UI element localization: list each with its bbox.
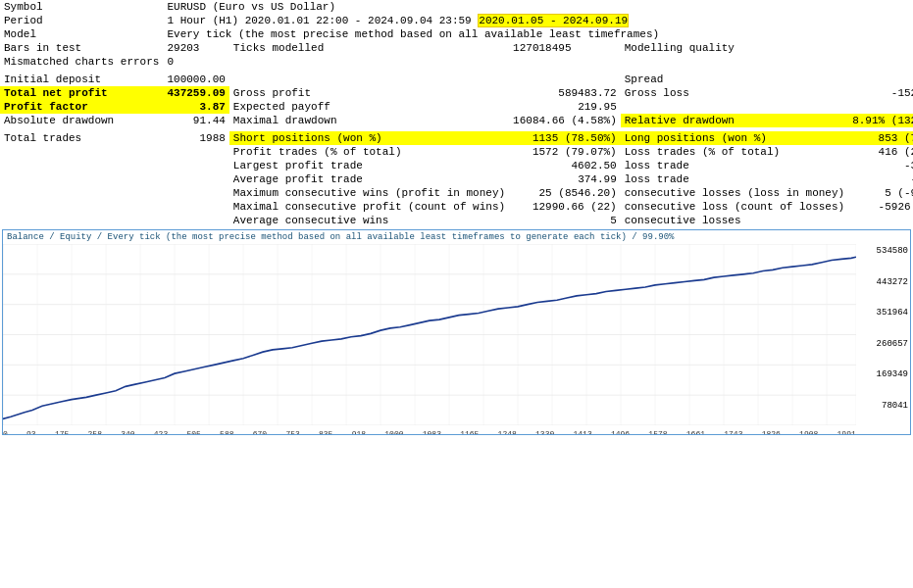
period-highlight: 2020.01.05 - 2024.09.19 [478, 14, 629, 27]
x-label-18: 1496 [611, 429, 630, 435]
short-positions-value: 1135 (78.50%) [509, 131, 621, 145]
total-trades-label: Total trades [0, 131, 163, 145]
chart-svg: 0 93 175 258 340 423 505 588 670 753 835… [3, 244, 856, 425]
x-label-14: 1165 [460, 429, 479, 435]
x-label-9: 753 [285, 429, 299, 435]
long-positions-label: Long positions (won %) [621, 131, 848, 145]
quality-label: Modelling quality [621, 41, 848, 55]
quality-value: 99.90% [848, 41, 913, 55]
y-label-2: 351964 [858, 308, 908, 318]
x-label-24: 1991 [837, 429, 856, 435]
max-consec-wins-value: 25 (8546.20) [509, 186, 621, 200]
largest-profit-label: Largest profit trade [229, 159, 509, 172]
chart-area: 0 93 175 258 340 423 505 588 670 753 835… [3, 244, 910, 425]
y-label-1: 443272 [858, 277, 908, 287]
average-profit-value: 374.99 [509, 172, 621, 186]
model-label: Model [0, 27, 163, 41]
period-label: Period [0, 14, 163, 27]
max-consec-wins-label: Maximum consecutive wins (profit in mone… [229, 186, 509, 200]
x-label-21: 1743 [724, 429, 742, 435]
x-label-2: 175 [55, 429, 69, 435]
x-label-12: 1000 [384, 429, 403, 435]
x-label-16: 1330 [535, 429, 554, 435]
chart-container: Balance / Equity / Every tick (the most … [2, 229, 911, 435]
relative-drawdown-label: Relative drawdown [621, 114, 848, 127]
spread-label: Spread [621, 73, 848, 86]
maximal-consec-loss-value: -5926.08 (4) [848, 200, 913, 214]
average-loss-value: -365.92 [848, 172, 913, 186]
x-label-8: 670 [253, 429, 267, 435]
loss-trades-label: Loss trades (% of total) [621, 145, 848, 159]
long-positions-value: 853 (79.84%) [848, 131, 913, 145]
gross-loss-label: Gross loss [621, 86, 848, 100]
bars-value: 29203 [163, 41, 228, 55]
x-label-3: 258 [88, 429, 102, 435]
total-net-profit-value: 437259.09 [163, 86, 228, 100]
y-label-3: 260657 [858, 339, 908, 349]
ticks-label: Ticks modelled [229, 41, 509, 55]
gross-loss-value: -152224.63 [848, 86, 913, 100]
x-label-22: 1826 [762, 429, 781, 435]
x-label-11: 918 [352, 429, 366, 435]
average-consec-losses-value: 1 [848, 214, 913, 227]
average-profit-label: Average profit trade [229, 172, 509, 186]
gross-profit-value: 589483.72 [509, 86, 621, 100]
max-consec-losses-label: consecutive losses (loss in money) [621, 186, 848, 200]
initial-deposit-value: 100000.00 [163, 73, 228, 86]
symbol-label: Symbol [0, 0, 163, 14]
largest-profit-value: 4602.50 [509, 159, 621, 172]
absolute-drawdown-value: 91.44 [163, 114, 228, 127]
profit-trades-label: Profit trades (% of total) [229, 145, 509, 159]
maximal-consec-profit-value: 12990.66 (22) [509, 200, 621, 214]
largest-loss-value: -3008.75 [848, 159, 913, 172]
mismatched-label: Mismatched charts errors [0, 55, 163, 69]
balance-curve [3, 257, 856, 418]
total-net-profit-label: Total net profit [0, 86, 163, 100]
x-label-23: 1908 [799, 429, 818, 435]
largest-loss-label: loss trade [621, 159, 848, 172]
profit-factor-label: Profit factor [0, 100, 163, 114]
ticks-value: 127018495 [509, 41, 621, 55]
absolute-drawdown-label: Absolute drawdown [0, 114, 163, 127]
bars-label: Bars in test [0, 41, 163, 55]
x-label-20: 1661 [686, 429, 705, 435]
chart-title: Balance / Equity / Every tick (the most … [3, 230, 910, 244]
expected-payoff-label: Expected payoff [229, 100, 509, 114]
x-label-10: 835 [319, 429, 332, 435]
relative-drawdown-value: 8.91% (13205.65) [848, 114, 913, 127]
x-label-17: 1413 [573, 429, 591, 435]
maximal-consec-loss-label: consecutive loss (count of losses) [621, 200, 848, 214]
average-loss-label: loss trade [621, 172, 848, 186]
y-label-top: 534580 [858, 246, 908, 256]
symbol-value: EURUSD (Euro vs US Dollar) [163, 0, 913, 14]
x-label-13: 1083 [423, 429, 441, 435]
profit-factor-value: 3.87 [163, 100, 228, 114]
maximal-drawdown-value: 16084.66 (4.58%) [509, 114, 621, 127]
gross-profit-label: Gross profit [229, 86, 509, 100]
max-consec-losses-value: 5 (-960.28) [848, 186, 913, 200]
y-axis: 534580 443272 351964 260657 169349 78041 [856, 244, 910, 425]
x-label-6: 505 [186, 429, 200, 435]
spread-value: 10 [848, 73, 913, 86]
y-label-4: 169349 [858, 369, 908, 379]
y-label-bottom: 78041 [858, 401, 908, 411]
x-label-5: 423 [154, 429, 168, 435]
expected-payoff-value: 219.95 [509, 100, 621, 114]
x-label-7: 588 [220, 429, 233, 435]
profit-trades-value: 1572 (79.07%) [509, 145, 621, 159]
total-trades-value: 1988 [163, 131, 228, 145]
equity-curve-svg [3, 244, 856, 425]
maximal-drawdown-label: Maximal drawdown [229, 114, 509, 127]
mismatched-value: 0 [163, 55, 228, 69]
model-value: Every tick (the most precise method base… [163, 27, 913, 41]
period-value: 1 Hour (H1) 2020.01.01 22:00 - 2024.09.0… [163, 14, 913, 27]
short-positions-label: Short positions (won %) [229, 131, 509, 145]
loss-trades-value: 416 (20.93%) [848, 145, 913, 159]
average-consec-wins-label: Average consecutive wins [229, 214, 509, 227]
x-label-15: 1248 [498, 429, 517, 435]
x-label-1: 93 [26, 429, 36, 435]
average-consec-losses-label: consecutive losses [621, 214, 848, 227]
average-consec-wins-value: 5 [509, 214, 621, 227]
x-label-0: 0 [3, 429, 8, 435]
x-label-19: 1578 [648, 429, 667, 435]
